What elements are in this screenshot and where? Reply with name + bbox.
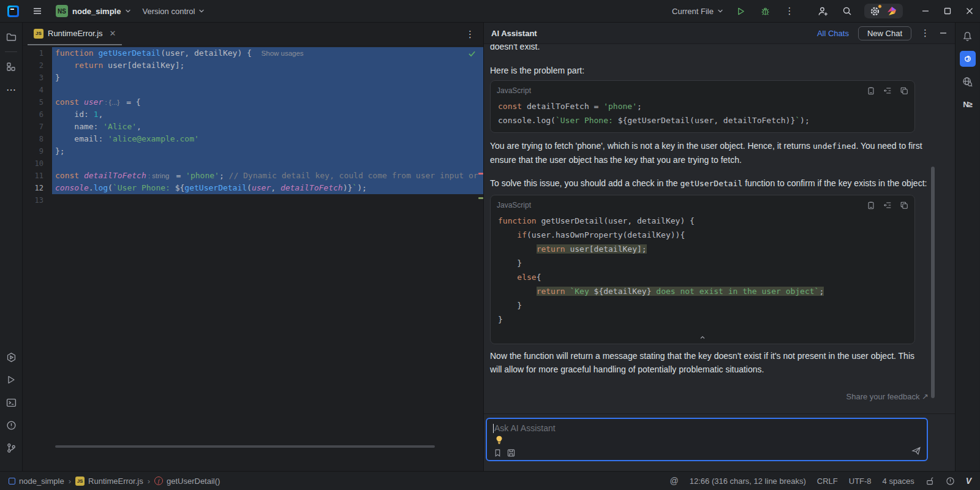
line-number[interactable]: 12 [23,182,52,194]
line-number[interactable]: 9 [23,145,52,157]
maximize-button[interactable] [943,7,952,15]
tab-runtimeerror-js[interactable]: JS RuntimeError.js ✕ [28,23,122,45]
encoding-widget[interactable]: UTF-8 [849,477,872,486]
chat-scrollbar[interactable] [931,167,935,398]
chevron-down-icon [125,8,131,14]
prompt-library-icon[interactable] [494,449,502,457]
code-editor[interactable]: 12345678910111213 function getUserDetail… [23,46,483,471]
line-number[interactable]: 3 [23,72,52,84]
line-number[interactable]: 5 [23,96,52,108]
line-number[interactable]: 11 [23,170,52,182]
minimize-button[interactable] [921,7,930,15]
line-number[interactable]: 4 [23,84,52,96]
project-tool-button[interactable] [3,29,19,45]
line-number[interactable]: 2 [23,59,52,72]
code-with-me-button[interactable] [815,4,830,18]
editor-code-line[interactable]: const user : {...} = { [52,96,483,108]
editor-horizontal-scrollbar[interactable] [55,445,435,448]
line-number[interactable]: 10 [23,157,52,170]
run-more-kebab-button[interactable]: ⋮ [782,4,797,18]
notifications-button[interactable] [960,28,976,44]
web-inspections-tool-button[interactable] [960,74,976,89]
tab-close-icon[interactable]: ✕ [110,29,116,38]
ai-assistant-tool-button[interactable] [960,51,976,67]
terminal-tool-button[interactable] [3,394,19,410]
debug-button[interactable] [758,4,772,18]
structure-tool-button[interactable] [3,59,19,75]
line-number[interactable]: 13 [23,194,52,206]
save-prompt-icon[interactable] [507,449,515,457]
editor-code-line[interactable]: id: 1, [52,108,483,121]
inspections-widget[interactable] [946,477,955,486]
caret-position-widget[interactable]: 12:66 (316 chars, 12 line breaks) [690,477,806,486]
send-message-button[interactable] [911,446,921,456]
editor-code-line[interactable]: name: 'Alice', [52,121,483,133]
editor-code-line[interactable] [52,194,483,206]
services-tool-button[interactable] [3,349,19,365]
more-tool-windows-button[interactable]: ⋯ [3,81,19,97]
run-configuration-selector[interactable]: Current File [672,7,723,16]
editor-code-area[interactable]: function getUserDetail(user, detailKey) … [52,47,483,471]
insert-caret-icon [883,201,892,209]
all-chats-link[interactable]: All Chats [817,29,849,38]
readonly-toggle[interactable] [925,477,935,486]
run-button[interactable] [733,4,748,18]
run-tool-button[interactable] [3,372,19,388]
insert-at-caret-button[interactable] [883,86,892,95]
project-widget[interactable]: NS node_simple [56,5,131,17]
editor-code-line[interactable]: return user[detailKey]; [52,59,483,72]
editor-code-line[interactable]: } [52,72,483,84]
editor-gutter[interactable]: 12345678910111213 [23,47,52,471]
editor-code-line[interactable]: console.log(`User Phone: ${getUserDetail… [52,182,483,194]
version-control-tool-button[interactable] [3,440,19,456]
insert-snippet-button[interactable] [867,201,875,209]
js-file-icon: JS [75,477,85,486]
ai-logo-icon [886,6,897,17]
breadcrumb-function[interactable]: f getUserDetail() [154,477,220,486]
main-menu-button[interactable] [30,4,45,18]
bug-icon [761,7,770,16]
new-chat-button[interactable]: New Chat [858,26,911,40]
breadcrumb-file[interactable]: JS RuntimeError.js [75,477,143,486]
hide-panel-button[interactable] [939,29,948,37]
editor-code-line[interactable] [52,84,483,96]
line-number[interactable]: 1 [23,47,52,59]
tab-options-kebab-button[interactable]: ⋮ [466,29,475,40]
copy-code-button[interactable] [900,86,908,95]
n2-tool-button[interactable]: N≥ [960,96,976,112]
line-number[interactable]: 6 [23,108,52,121]
problems-icon [6,420,17,431]
selection-stripe-mark[interactable] [478,197,483,199]
editor-code-line[interactable]: }; [52,145,483,157]
v-plugin-icon[interactable]: V [966,476,971,486]
insert-snippet-button[interactable] [867,86,875,95]
ai-chat-input[interactable]: Ask AI Assistant [486,418,928,461]
suggestion-lightbulb-icon[interactable] [495,435,503,445]
ai-assistant-menu-button[interactable] [886,6,897,17]
ai-status-icon[interactable]: @ [670,476,679,486]
search-everywhere-button[interactable] [840,4,854,18]
insert-at-caret-button[interactable] [883,201,892,209]
vcs-menu[interactable]: Version control [142,7,205,16]
js-file-icon: JS [34,29,43,39]
share-feedback-link[interactable]: Share your feedback ↗ [846,392,929,401]
editor-code-line[interactable]: function getUserDetail(user, detailKey) … [52,47,483,59]
inspections-ok-icon[interactable] [468,50,476,58]
breadcrumb-project[interactable]: node_simple [9,477,64,486]
copy-code-button[interactable] [900,201,908,209]
editor-code-line[interactable]: const detailToFetch : string = 'phone'; … [52,170,483,182]
floppy-disk-icon [507,449,515,457]
line-number[interactable]: 7 [23,121,52,133]
ai-options-kebab-button[interactable]: ⋮ [921,28,930,39]
indent-widget[interactable]: 4 spaces [883,477,914,486]
line-ending-widget[interactable]: CRLF [817,477,838,486]
editor-code-line[interactable] [52,157,483,170]
settings-button[interactable] [870,6,880,17]
close-button[interactable] [965,7,974,15]
terminal-icon [6,398,17,408]
error-stripe-mark[interactable] [478,173,483,175]
line-number[interactable]: 8 [23,133,52,145]
problems-tool-button[interactable] [3,417,19,433]
collapse-code-button[interactable] [491,331,914,344]
editor-code-line[interactable]: email: 'alice@example.com' [52,133,483,145]
